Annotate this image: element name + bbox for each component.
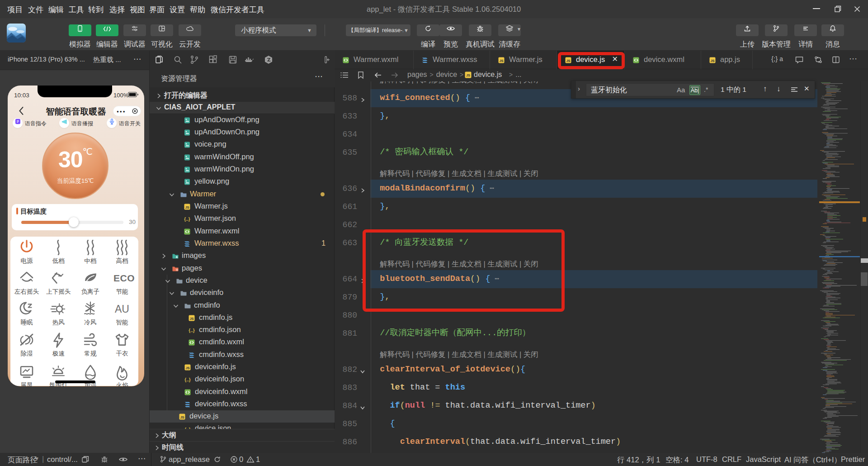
svg-text:JS: JS [189, 316, 193, 320]
svg-text:JS: JS [466, 73, 470, 77]
svg-text:JS: JS [499, 59, 503, 63]
svg-text:JS: JS [180, 415, 184, 419]
svg-text:JS: JS [185, 205, 189, 209]
svg-text:{..}: {..} [184, 217, 190, 222]
svg-text:JS: JS [710, 59, 714, 63]
svg-text:{..}: {..} [184, 377, 190, 382]
svg-text:{..}: {..} [189, 328, 194, 333]
svg-text:JS: JS [185, 366, 189, 370]
